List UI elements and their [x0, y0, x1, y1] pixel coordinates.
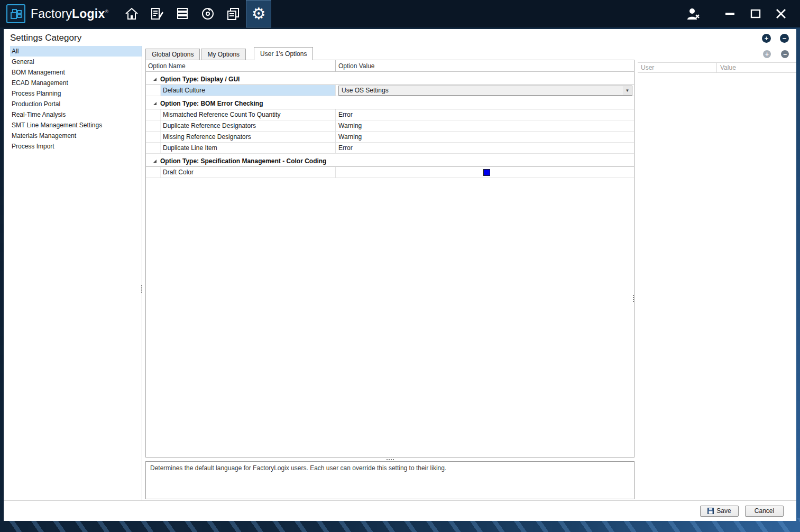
user-overrides-body	[638, 73, 796, 500]
option-name[interactable]: Draft Color	[161, 167, 336, 178]
tab-global-options[interactable]: Global Options	[145, 49, 200, 60]
splitter-grip	[386, 459, 394, 461]
group-header-option-type-specification-management-color-coding[interactable]: Option Type: Specification Management - …	[146, 155, 634, 167]
panel-footer: Save Cancel	[4, 501, 796, 521]
factorylogix-logo-icon	[6, 4, 25, 23]
save-button[interactable]: Save	[700, 506, 739, 517]
sidebar-item-all[interactable]: All	[10, 46, 142, 57]
option-name[interactable]: Missing Reference Designators	[161, 132, 336, 142]
tab-user-1-s-options[interactable]: User 1's Options	[254, 47, 313, 60]
option-row-missing-reference-designators[interactable]: Missing Reference DesignatorsWarning	[146, 132, 634, 143]
option-value[interactable]: Warning	[336, 120, 634, 131]
window-controls	[681, 3, 794, 24]
row-header	[146, 120, 161, 131]
color-swatch[interactable]	[483, 169, 490, 176]
sidebar-splitter[interactable]	[141, 285, 143, 293]
add-category-icon[interactable]: +	[762, 34, 771, 43]
option-value[interactable]: Error	[336, 109, 634, 120]
collapse-icon[interactable]	[153, 160, 157, 163]
option-value[interactable]	[339, 167, 634, 178]
save-icon	[707, 508, 714, 514]
group-header-option-type-bom-error-checking[interactable]: Option Type: BOM Error Checking	[146, 98, 634, 109]
dropdown-selected-value: Use OS Settings	[339, 87, 623, 94]
option-row-duplicate-reference-designators[interactable]: Duplicate Reference DesignatorsWarning	[146, 120, 634, 132]
settings-category-list: AllGeneralBOM ManagementECAD ManagementP…	[10, 46, 142, 500]
settings-gear-icon[interactable]: ⚙	[246, 0, 271, 27]
user-overrides-toolbar: + −	[638, 46, 796, 60]
user-overrides-header: User Value	[638, 62, 796, 73]
group-title: Option Type: Display / GUI	[160, 76, 240, 83]
option-name[interactable]: Duplicate Reference Designators	[161, 120, 336, 131]
main-nav: ⚙	[119, 0, 271, 27]
option-name[interactable]: Duplicate Line Item	[161, 143, 336, 153]
panel-header: Settings Category + −	[4, 29, 796, 46]
tab-my-options[interactable]: My Options	[201, 49, 246, 60]
remove-user-override-icon[interactable]: −	[781, 50, 789, 58]
cancel-button[interactable]: Cancel	[745, 506, 784, 517]
option-row-mismatched-reference-count-to-quantity[interactable]: Mismatched Reference Count To QuantityEr…	[146, 109, 634, 120]
option-value[interactable]: Warning	[336, 132, 634, 142]
app-title: FactoryLogix®	[31, 7, 108, 21]
sidebar-item-smt-line-management-settings[interactable]: SMT Line Management Settings	[10, 120, 142, 130]
option-value[interactable]: Use OS Settings▼	[336, 85, 634, 96]
collapse-icon[interactable]	[153, 102, 157, 105]
home-icon[interactable]	[119, 0, 144, 27]
row-header	[146, 85, 161, 96]
option-value[interactable]: Error	[336, 143, 634, 153]
logout-user-icon[interactable]	[681, 3, 706, 24]
row-header	[146, 167, 161, 178]
option-row-draft-color[interactable]: Draft Color	[146, 167, 634, 178]
options-grid-header: Option Name Option Value	[146, 60, 634, 72]
category-actions: + −	[762, 34, 789, 43]
description-splitter[interactable]	[145, 458, 635, 461]
sidebar-item-process-import[interactable]: Process Import	[10, 141, 142, 152]
process-planning-icon[interactable]	[144, 0, 170, 27]
right-panel-splitter[interactable]	[632, 294, 635, 303]
close-icon[interactable]	[768, 3, 794, 24]
column-header-user[interactable]: User	[638, 63, 717, 72]
remove-category-icon[interactable]: −	[780, 34, 789, 43]
page-title: Settings Category	[10, 33, 81, 43]
options-grid: Option Name Option Value Option Type: Di…	[145, 60, 635, 458]
group-header-option-type-display-gui[interactable]: Option Type: Display / GUI	[146, 73, 634, 85]
sidebar-item-process-planning[interactable]: Process Planning	[10, 88, 142, 99]
group-title: Option Type: Specification Management - …	[160, 157, 326, 165]
options-tabs: Global OptionsMy OptionsUser 1's Options	[145, 46, 635, 60]
materials-stack-icon[interactable]	[170, 0, 195, 27]
sidebar-item-materials-management[interactable]: Materials Management	[10, 130, 142, 141]
add-user-override-icon[interactable]: +	[763, 50, 771, 58]
option-name[interactable]: Mismatched Reference Count To Quantity	[161, 109, 336, 120]
sidebar-item-ecad-management[interactable]: ECAD Management	[10, 78, 142, 88]
sidebar-item-general[interactable]: General	[10, 57, 142, 67]
panel-body: AllGeneralBOM ManagementECAD ManagementP…	[4, 46, 796, 501]
option-description: Determines the default language for Fact…	[145, 461, 635, 499]
option-name[interactable]: Default Culture	[161, 85, 336, 96]
option-value-dropdown[interactable]: Use OS Settings▼	[338, 86, 632, 96]
sidebar-item-production-portal[interactable]: Production Portal	[10, 99, 142, 109]
minimize-icon[interactable]	[718, 3, 743, 24]
option-row-default-culture[interactable]: Default CultureUse OS Settings▼	[146, 85, 634, 96]
column-header-option-value[interactable]: Option Value	[336, 60, 634, 71]
column-header-value[interactable]: Value	[717, 63, 796, 72]
collapse-icon[interactable]	[153, 78, 157, 81]
disc-icon[interactable]	[195, 0, 220, 27]
sidebar-item-real-time-analysis[interactable]: Real-Time Analysis	[10, 109, 142, 120]
sidebar-item-bom-management[interactable]: BOM Management	[10, 67, 142, 78]
row-header	[146, 132, 161, 142]
dropdown-chevron-icon[interactable]: ▼	[623, 86, 632, 95]
app-window: FactoryLogix®	[0, 0, 800, 532]
row-header	[146, 109, 161, 120]
settings-panel: Settings Category + − AllGeneralBOM Mana…	[4, 29, 796, 521]
documents-icon[interactable]	[220, 0, 246, 27]
option-group: Option Type: Display / GUIDefault Cultur…	[146, 73, 634, 96]
option-row-duplicate-line-item[interactable]: Duplicate Line ItemError	[146, 143, 634, 154]
row-header	[146, 143, 161, 153]
user-overrides-panel: + − User Value	[638, 46, 796, 500]
group-title: Option Type: BOM Error Checking	[160, 100, 263, 107]
options-section: Global OptionsMy OptionsUser 1's Options…	[145, 46, 635, 500]
column-header-option-name[interactable]: Option Name	[146, 60, 336, 71]
titlebar: FactoryLogix®	[0, 0, 800, 27]
maximize-icon[interactable]	[743, 3, 768, 24]
option-group: Option Type: Specification Management - …	[146, 155, 634, 178]
save-button-label: Save	[716, 507, 731, 515]
